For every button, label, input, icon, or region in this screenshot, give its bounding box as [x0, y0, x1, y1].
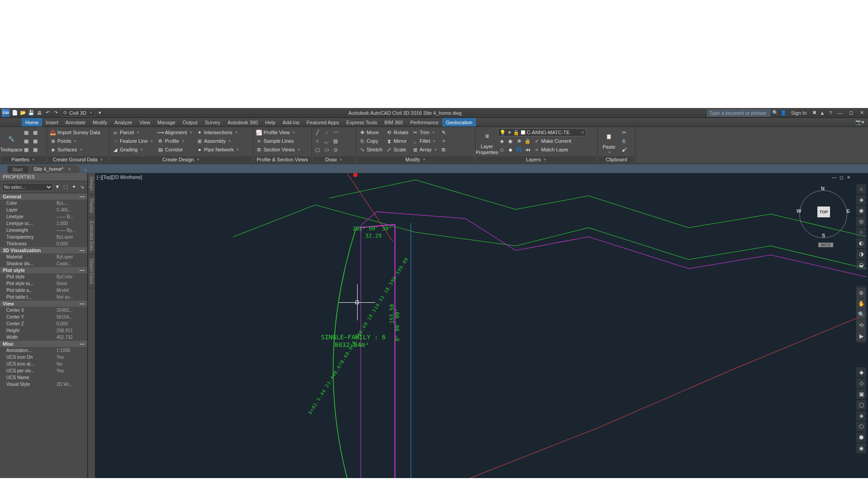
prop-row[interactable]: Lineweight—— By... — [0, 227, 87, 234]
make-current-button[interactable]: ✓Make Current — [532, 137, 573, 145]
assembly-button[interactable]: ⊞Assembly▼ — [195, 137, 241, 145]
redo-icon[interactable]: ↷ — [52, 110, 59, 116]
prop-row[interactable]: TransparencyByLayer — [0, 234, 87, 240]
home-icon[interactable]: ⌂ — [856, 184, 866, 194]
tool-icon-6[interactable]: ⬡ — [856, 422, 866, 432]
prop-row[interactable]: UCS icon at...No — [0, 361, 87, 367]
file-tab[interactable]: Site 4_home* ✕ — [28, 165, 80, 173]
side-tab-object-class[interactable]: Object Class — [88, 255, 95, 288]
prop-row[interactable]: UCS icon OnYes — [0, 354, 87, 361]
palette-icon-6[interactable]: ▦ — [31, 145, 39, 154]
panel-title-ground[interactable]: Create Ground Data▼ — [48, 156, 108, 163]
point-icon[interactable]: ⊙ — [331, 145, 340, 154]
profile-button[interactable]: ⟰Profile▼ — [156, 137, 194, 145]
surfaces-button[interactable]: ◈Surfaces▼ — [48, 145, 102, 154]
menu-tab-featured-apps[interactable]: Featured Apps — [303, 118, 343, 127]
nav-icon-3[interactable]: ◎ — [856, 216, 866, 226]
prop-row[interactable]: Center Y58154... — [0, 314, 87, 320]
minimize-button[interactable]: — — [835, 110, 844, 116]
stayconnected-icon[interactable]: ▲ — [819, 110, 826, 116]
close-button[interactable]: ✕ — [857, 110, 866, 116]
menu-tab-add-ins[interactable]: Add-ins — [279, 118, 303, 127]
line-icon[interactable]: ╱ — [313, 128, 321, 136]
save-icon[interactable]: 💾 — [28, 110, 34, 116]
sample-lines-button[interactable]: ≡Sample Lines — [255, 137, 302, 145]
tool-icon-1[interactable]: ◆ — [856, 367, 866, 377]
tool-icon-7[interactable]: ⬢ — [856, 432, 866, 442]
compass-e[interactable]: E — [847, 208, 850, 214]
layer-off-icon[interactable]: ◉ — [506, 137, 514, 145]
layer-state-icon[interactable]: ◈ — [498, 137, 506, 145]
menu-tab-home[interactable]: Home — [22, 118, 42, 127]
explode-icon[interactable]: ✧ — [439, 137, 448, 145]
menu-tab-performance[interactable]: Performance — [406, 118, 442, 127]
panel-title-modify[interactable]: Modify▼ — [357, 156, 474, 163]
new-icon[interactable]: 📄 — [12, 110, 18, 116]
section-views-button[interactable]: ⧉Section Views▼ — [255, 145, 302, 154]
prop-row[interactable]: Height208.911 — [0, 327, 87, 334]
polyline-icon[interactable]: ⟋ — [322, 128, 330, 136]
spline-icon[interactable]: 〰 — [331, 128, 340, 136]
panel-title-draw[interactable]: Draw▼ — [313, 156, 355, 163]
side-tab-extended-data[interactable]: Extended Data — [88, 217, 95, 255]
profile-view-button[interactable]: 📈Profile View▼ — [255, 128, 302, 136]
showmotion-icon[interactable]: ▶ — [856, 331, 866, 341]
prop-category-plot-style[interactable]: Plot style— — [0, 267, 87, 273]
nav-icon-4[interactable]: ○ — [856, 227, 866, 237]
rect-icon[interactable]: ▢ — [313, 145, 321, 154]
match-layer-button[interactable]: ≈Match Layer — [532, 145, 570, 154]
prop-category-view[interactable]: View— — [0, 300, 87, 307]
prop-row[interactable]: Visual Style2D Wi... — [0, 381, 87, 388]
prop-row[interactable]: Linetype sc...1.000 — [0, 220, 87, 227]
viewcube-face[interactable]: TOP — [817, 206, 830, 217]
fillet-button[interactable]: ◟Fillet▼ — [410, 137, 439, 145]
prop-category-general[interactable]: General— — [0, 193, 87, 200]
prop-row[interactable]: Thickness0.000 — [0, 240, 87, 247]
panel-title-palettes[interactable]: Palettes▼ — [1, 156, 46, 163]
points-button[interactable]: ⊕Points▼ — [48, 137, 102, 145]
palette-icon-3[interactable]: ▦ — [22, 145, 30, 154]
trim-button[interactable]: ✂Trim▼ — [410, 128, 439, 136]
quickselect-icon[interactable]: ⬚ — [62, 183, 69, 190]
prop-row[interactable]: UCS Name — [0, 374, 87, 381]
tool-icon-5[interactable]: ◈ — [856, 411, 866, 421]
user-icon[interactable]: 👤 — [780, 110, 787, 116]
prop-row[interactable]: Center X32482... — [0, 307, 87, 314]
featureline-button[interactable]: ⟋Feature Line▼ — [111, 137, 155, 145]
prop-row[interactable]: Linetype—— B... — [0, 213, 87, 220]
prop-row[interactable]: Width452.732 — [0, 334, 87, 341]
open-icon[interactable]: 📂 — [20, 110, 26, 116]
cut-icon[interactable]: ✂ — [620, 128, 628, 136]
menu-tab-modify[interactable]: Modify — [89, 118, 111, 127]
app-logo[interactable]: C3D — [2, 109, 10, 117]
menu-tab-insert[interactable]: Insert — [42, 118, 62, 127]
prop-row[interactable]: Shadow dis...Casts... — [0, 260, 87, 267]
layer-properties-button[interactable]: ≣ Layer Properties — [477, 128, 497, 156]
array-button[interactable]: ⊞Array▼ — [410, 145, 439, 154]
menu-tab-autodesk-360[interactable]: Autodesk 360 — [224, 118, 261, 127]
add-tab-button[interactable]: ＋ — [81, 166, 90, 173]
prop-row[interactable]: Plot styleByColor — [0, 273, 87, 280]
prop-row[interactable]: Plot table t...Not av... — [0, 294, 87, 300]
matchprop-icon[interactable]: 🖌 — [620, 145, 628, 154]
selectobjs-icon[interactable]: ✦ — [70, 183, 77, 190]
qat-dropdown[interactable]: ▾ — [97, 110, 103, 116]
palette-icon-5[interactable]: ▦ — [31, 137, 39, 145]
camera-icon[interactable]: 📷▾ — [852, 118, 868, 127]
prop-category-3d-visualization[interactable]: 3D Visualization— — [0, 247, 87, 253]
maximize-button[interactable]: ◻ — [846, 110, 855, 116]
workspace-selector[interactable]: ⚙ Civil 3D ▼ — [61, 109, 95, 117]
menu-tab-analyze[interactable]: Analyze — [111, 118, 136, 127]
import-survey-button[interactable]: 📥Import Survey Data — [48, 128, 102, 136]
prop-row[interactable]: MaterialByLayer — [0, 253, 87, 260]
menu-tab-survey[interactable]: Survey — [201, 118, 224, 127]
help-icon[interactable]: ? — [827, 110, 834, 116]
sign-in-link[interactable]: Sign In — [788, 110, 809, 116]
compass-w[interactable]: W — [797, 208, 801, 214]
alignment-button[interactable]: ⟿Alignment▼ — [156, 128, 194, 136]
pick-icon[interactable]: ↘ — [78, 183, 85, 190]
prop-row[interactable]: ColorByL... — [0, 200, 87, 206]
tool-icon-4[interactable]: ▢ — [856, 400, 866, 410]
prop-row[interactable]: Plot table a...Model — [0, 287, 87, 294]
pan-icon[interactable]: ✋ — [856, 299, 866, 309]
